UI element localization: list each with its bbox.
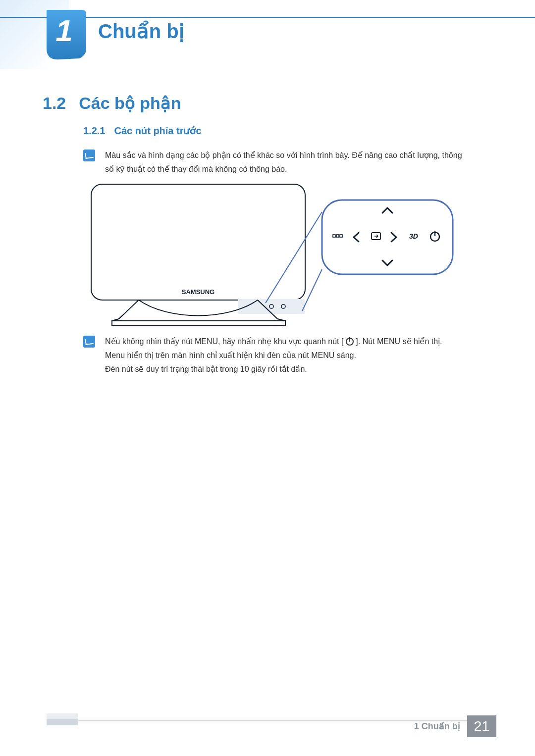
svg-line-16 xyxy=(303,269,329,311)
svg-line-6 xyxy=(112,300,139,321)
chapter-number: 1 xyxy=(43,13,86,48)
section-title: Các bộ phận xyxy=(79,93,181,113)
note-text: Màu sắc và hình dạng các bộ phận có thể … xyxy=(105,149,471,176)
note2-l2: Menu hiển thị trên màn hình chỉ xuất hiệ… xyxy=(105,349,442,362)
section-number: 1.2 xyxy=(43,94,66,113)
section-heading: 1.2 Các bộ phận xyxy=(43,93,181,113)
page-number: 21 xyxy=(467,715,496,737)
note-icon xyxy=(83,336,95,348)
svg-line-9 xyxy=(266,212,322,303)
svg-rect-1 xyxy=(238,299,305,314)
subsection-number: 1.2.1 xyxy=(83,125,105,137)
subsection-heading: 1.2.1 Các nút phía trước xyxy=(83,125,202,137)
brand-label: SAMSUNG xyxy=(182,288,214,296)
note-icon xyxy=(83,150,95,161)
note-text-2: Nếu không nhìn thấy nút MENU, hãy nhấn n… xyxy=(105,335,442,376)
svg-rect-0 xyxy=(91,184,305,300)
subsection-title: Các nút phía trước xyxy=(114,125,201,137)
svg-line-15 xyxy=(303,269,323,311)
footer-right: 1 Chuẩn bị 21 xyxy=(414,715,496,737)
note-block-2: Nếu không nhìn thấy nút MENU, hãy nhấn n… xyxy=(83,335,471,376)
chapter-title: Chuẩn bị xyxy=(98,20,184,43)
three-d-label: 3D xyxy=(409,232,418,240)
svg-rect-4 xyxy=(112,321,285,326)
power-icon xyxy=(346,338,354,346)
footer-chapter-label: 1 Chuẩn bị xyxy=(414,721,467,732)
svg-line-5 xyxy=(112,300,139,321)
device-illustration: SAMSUNG xyxy=(89,182,456,332)
note-block-1: Màu sắc và hình dạng các bộ phận có thể … xyxy=(83,149,471,176)
note2-l3: Đèn nút sẽ duy trì trạng thái bật trong … xyxy=(105,362,442,376)
note2-l1a: Nếu không nhìn thấy nút MENU, hãy nhấn n… xyxy=(105,337,343,346)
note2-l1b: ]. Nút MENU sẽ hiển thị. xyxy=(356,337,442,346)
footer-left-ornament xyxy=(47,713,78,726)
